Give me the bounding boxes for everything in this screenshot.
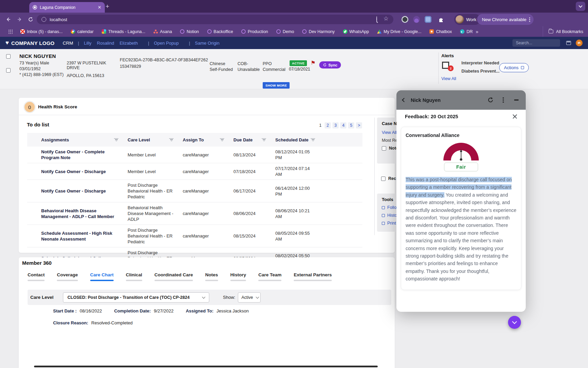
bookmark-item[interactable]: Demo bbox=[276, 29, 294, 34]
site-info-icon[interactable] bbox=[42, 17, 46, 22]
bookmark-item[interactable]: WhatsApp bbox=[343, 29, 369, 34]
cell-scheduled-date: 07/17/2024 07:14 AM bbox=[271, 163, 320, 180]
bookmark-item[interactable]: Production bbox=[241, 29, 268, 34]
table-row[interactable]: Notify Case Owner - DischargeMember Leve… bbox=[27, 163, 362, 180]
bookmark-item[interactable]: Notion bbox=[180, 29, 199, 34]
show-select[interactable]: Active bbox=[238, 292, 261, 303]
minimize-icon[interactable] bbox=[513, 97, 520, 104]
tab-notes[interactable]: Notes bbox=[205, 272, 218, 281]
filter-icon[interactable] bbox=[262, 138, 266, 141]
refresh-icon[interactable] bbox=[487, 97, 494, 104]
checkbox[interactable] bbox=[382, 146, 386, 151]
col-assignments[interactable]: Assignments bbox=[37, 137, 123, 142]
view-all-link[interactable]: View All bbox=[441, 76, 456, 81]
horizontal-scrollbar[interactable] bbox=[34, 366, 378, 367]
table-row[interactable]: Notify Case Owner - Complete Program Not… bbox=[27, 147, 362, 163]
tab-care-team[interactable]: Care Team bbox=[258, 272, 281, 281]
tab-clinical[interactable]: Clinical bbox=[126, 272, 142, 281]
same-origin-link[interactable]: Same Origin bbox=[195, 41, 219, 46]
tab-care-chart[interactable]: Care Chart bbox=[90, 272, 114, 281]
page-button[interactable]: 5 bbox=[348, 122, 354, 128]
bookmark-star-icon[interactable]: ☆ bbox=[383, 15, 389, 22]
companion-collapse-button[interactable] bbox=[508, 316, 521, 329]
table-row[interactable]: Notify Case Owner - DischargePost Discha… bbox=[27, 180, 362, 202]
tab-close-icon[interactable]: ✕ bbox=[98, 5, 101, 10]
sync-button[interactable]: Sync bbox=[319, 61, 341, 68]
back-button[interactable] bbox=[4, 15, 12, 24]
bookmark-item[interactable]: Dev Harmony bbox=[302, 29, 334, 34]
all-bookmarks-button[interactable]: All Bookmarks bbox=[543, 26, 583, 37]
tab-search-button[interactable] bbox=[576, 2, 585, 11]
checkbox[interactable] bbox=[381, 177, 386, 181]
crm-user-avatar[interactable]: IR bbox=[576, 40, 583, 46]
table-row[interactable]: Behavioral Health Disease Management - A… bbox=[27, 202, 362, 225]
reload-button[interactable] bbox=[27, 15, 35, 24]
open-popup-link[interactable]: Open Popup bbox=[154, 41, 179, 46]
col-scheduled-date[interactable]: Scheduled Date bbox=[271, 137, 320, 142]
col-due-date[interactable]: Due Date bbox=[229, 137, 271, 142]
bookmark-item[interactable]: Threads - Laguna... bbox=[102, 29, 145, 34]
filter-icon[interactable] bbox=[220, 138, 224, 141]
bookmark-item[interactable]: calendar bbox=[71, 29, 94, 34]
extension-icon[interactable] bbox=[413, 16, 420, 23]
bookmark-item[interactable]: Inbox (5) - danas... bbox=[20, 29, 63, 34]
assigned-to-value: Jessica Jackson bbox=[216, 308, 249, 313]
page-button[interactable]: 2 bbox=[325, 122, 331, 128]
bookmark-item[interactable]: My Drive - Google... bbox=[377, 29, 421, 34]
profile-button[interactable]: Work bbox=[454, 14, 480, 25]
browser-menu-icon[interactable] bbox=[529, 19, 530, 20]
password-extension-icon[interactable] bbox=[402, 16, 408, 23]
kebab-menu-icon[interactable] bbox=[500, 97, 507, 104]
tab-external-partners[interactable]: External Partners bbox=[294, 272, 332, 281]
col-care-level[interactable]: Care Level bbox=[123, 137, 178, 142]
extensions-puzzle-icon[interactable] bbox=[437, 15, 445, 24]
extension-icon[interactable] bbox=[425, 16, 431, 23]
bookmark-item[interactable]: DREMIO bbox=[460, 29, 473, 34]
profile-label: Work bbox=[466, 17, 476, 22]
bookmark-item[interactable]: Backoffice bbox=[207, 29, 233, 34]
page-button[interactable]: 3 bbox=[332, 122, 339, 128]
tab-coverage[interactable]: Coverage bbox=[57, 272, 78, 281]
show-more-button[interactable]: SHOW MORE bbox=[263, 82, 290, 89]
tab-contact[interactable]: Contact bbox=[28, 272, 45, 281]
crm-search-input[interactable] bbox=[512, 39, 560, 47]
tab-coordinated-care[interactable]: Coordinated Care bbox=[154, 272, 193, 281]
back-icon[interactable] bbox=[402, 98, 406, 102]
banner-checkbox[interactable] bbox=[6, 54, 11, 59]
filter-icon[interactable] bbox=[311, 138, 315, 141]
close-icon[interactable] bbox=[512, 114, 517, 119]
address-bar[interactable]: localhost bbox=[37, 15, 393, 24]
care-level-select[interactable]: CLOSED: Post Discharge - Transition of C… bbox=[63, 292, 209, 303]
bookmark-item[interactable]: Asana bbox=[153, 29, 172, 34]
bookmark-label: WhatsApp bbox=[349, 29, 369, 34]
nav-link-lilly[interactable]: Lilly bbox=[84, 41, 91, 46]
rec-row[interactable]: Rec bbox=[381, 176, 396, 181]
browser-tab[interactable]: Laguna Companion ✕ bbox=[29, 2, 105, 13]
page-button[interactable]: 4 bbox=[340, 122, 346, 128]
nav-link-rosalind[interactable]: Rosalind bbox=[97, 41, 114, 46]
bookmarks-overflow-chevron[interactable]: » bbox=[476, 29, 478, 34]
col-assign-to[interactable]: Assign To bbox=[178, 137, 229, 142]
apps-grid-icon[interactable] bbox=[8, 29, 13, 34]
new-tab-button[interactable]: + bbox=[105, 3, 109, 10]
actions-button[interactable]: Actions bbox=[499, 63, 529, 72]
tab-underline bbox=[258, 280, 281, 281]
window-icon[interactable] bbox=[566, 41, 571, 45]
tab-underline bbox=[90, 280, 114, 281]
banner-checkbox[interactable] bbox=[6, 68, 11, 73]
filter-icon[interactable] bbox=[169, 138, 174, 141]
page-button[interactable]: > bbox=[356, 122, 362, 128]
bookmark-item[interactable]: Chatbox bbox=[429, 29, 452, 34]
search-icon[interactable] bbox=[376, 16, 377, 22]
tab-history[interactable]: History bbox=[230, 272, 246, 281]
nav-link-elizabeth[interactable]: Elizabeth bbox=[119, 41, 137, 46]
filter-icon[interactable] bbox=[114, 138, 118, 141]
chevron-down-icon bbox=[512, 319, 517, 324]
tab-label: Clinical bbox=[126, 272, 142, 277]
todo-table-body: Notify Case Owner - Complete Program Not… bbox=[27, 147, 362, 270]
table-row[interactable]: Schedule Assessment - High Risk Neonate … bbox=[27, 225, 362, 247]
cell-scheduled-date: 08/06/2024 10:21 AM bbox=[271, 205, 320, 222]
bookmark-label: Chatbox bbox=[436, 29, 452, 34]
chrome-update-button[interactable]: New Chrome available bbox=[477, 14, 534, 25]
forward-button[interactable] bbox=[16, 15, 24, 24]
